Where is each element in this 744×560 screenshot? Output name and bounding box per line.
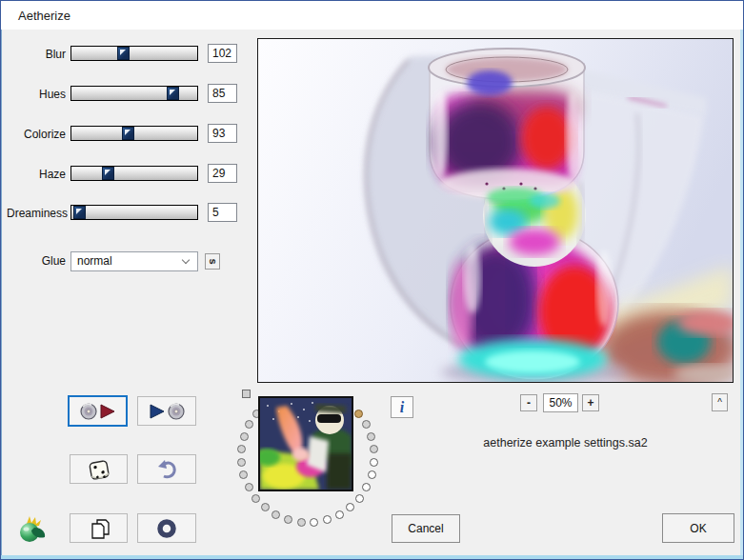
colorize-slider[interactable] [70,126,198,141]
colorize-value-input[interactable] [208,124,237,143]
dial-dot[interactable] [261,503,270,511]
haze-slider[interactable] [70,166,198,181]
plus-icon: + [587,396,593,410]
ok-button[interactable]: OK [662,513,734,543]
dial-dot[interactable] [310,518,318,527]
blur-value-input[interactable] [208,44,237,63]
window-title: Aetherize [18,9,70,23]
slider-handle-hues[interactable] [167,87,179,100]
undo-button[interactable] [137,454,196,484]
play-disc-icon [147,402,187,421]
glue-dropdown[interactable]: normal [70,251,198,271]
randomize-button[interactable] [70,454,128,484]
glue-selected-option: normal [77,254,112,268]
glue-s-button[interactable]: s [205,253,220,270]
info-i-glyph: i [400,399,404,416]
play-preset-button[interactable] [137,396,196,426]
dial-dot[interactable] [335,510,344,519]
undo-arrow-icon [155,459,178,480]
dial-dot[interactable] [245,483,253,491]
dial-dot[interactable] [362,483,371,491]
zoom-out-button[interactable]: - [520,394,537,411]
dial-dot[interactable] [370,458,378,467]
dial-dot[interactable] [362,420,371,429]
colorize-label: Colorize [7,128,66,141]
haze-value-input[interactable] [208,164,237,183]
dial-dot[interactable] [297,518,306,527]
collapse-button[interactable]: ^ [712,393,728,411]
dice-icon [87,457,111,482]
dial-dot[interactable] [271,510,280,519]
ring-icon [155,517,178,540]
blur-slider[interactable] [70,46,198,61]
info-button[interactable]: i [391,396,413,418]
dial-dot[interactable] [346,503,354,511]
dreaminess-label: Dreaminess [7,207,66,220]
disc-play-icon [78,402,118,421]
glue-label: Glue [7,254,66,268]
hues-value-input[interactable] [208,84,237,103]
preview-panel[interactable] [257,38,734,383]
slider-handle-dreaminess[interactable] [73,206,86,219]
dial-dot[interactable] [323,515,332,524]
zoom-in-button[interactable]: + [582,394,599,411]
minus-icon: - [527,396,531,410]
dial-dot[interactable] [368,470,376,479]
settings-filename: aetherize example settings.sa2 [401,436,730,450]
preview-image [258,39,733,382]
dial-dot[interactable] [237,445,246,453]
preset-thumbnail[interactable] [258,396,353,491]
dreaminess-slider[interactable] [70,205,198,220]
caret-up-icon: ^ [717,397,722,408]
ring-button[interactable] [137,513,196,543]
plugin-logo-icon [17,514,48,545]
aetherize-dialog: Aetherize Blur Hues Colorize Haze Dreami… [0,0,744,560]
dreaminess-value-input[interactable] [208,203,237,222]
dial-dot[interactable] [251,494,260,503]
zoom-level-display: 50% [543,393,578,412]
title-bar: Aetherize [1,1,743,30]
dial-dot[interactable] [367,432,375,441]
dial-dot[interactable] [240,432,249,441]
s-glyph: s [208,258,218,264]
dial-dot[interactable] [284,515,292,524]
thumbnail-image [260,398,352,490]
dial-dot[interactable] [237,458,246,467]
haze-label: Haze [7,168,66,181]
dial-dot[interactable] [355,494,364,503]
dial-dot[interactable] [370,445,378,453]
blur-label: Blur [7,48,66,61]
hues-label: Hues [7,88,66,101]
dial-dot[interactable] [245,420,253,429]
slider-handle-colorize[interactable] [122,127,134,140]
slider-handle-blur[interactable] [117,47,130,60]
preset-dial [234,382,387,544]
chevron-down-icon [182,256,190,264]
copy-pages-icon [88,517,111,540]
hues-slider[interactable] [70,86,198,101]
copy-settings-button[interactable] [70,513,128,543]
dial-dot[interactable] [239,470,248,479]
apply-preset-button[interactable] [68,395,128,427]
slider-handle-haze[interactable] [102,167,114,180]
dial-reset-square[interactable] [242,390,251,398]
cancel-button[interactable]: Cancel [392,514,460,543]
dial-dot-selected[interactable] [354,410,363,418]
